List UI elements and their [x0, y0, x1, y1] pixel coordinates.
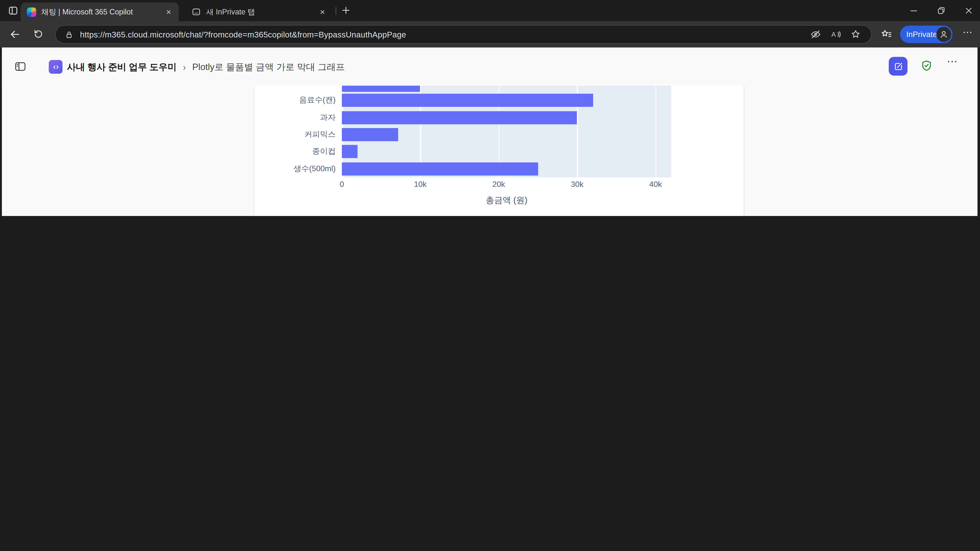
browser-toolbar: https://m365.cloud.microsoft/chat/?fromc… [0, 21, 980, 48]
copilot-logo-icon [27, 7, 36, 16]
tab-close-icon[interactable]: × [164, 7, 174, 17]
breadcrumb-separator: › [183, 62, 186, 73]
browser-window: 채팅 | Microsoft 365 Copilot × 새 InPrivate… [0, 0, 980, 216]
chart-bar [342, 94, 593, 107]
chart-x-axis-title: 총금액 (원) [342, 195, 671, 206]
chart-bar [342, 145, 358, 159]
inprivate-label: InPrivate [906, 30, 937, 39]
tab-close-icon[interactable]: × [317, 7, 327, 17]
copilot-header: 사내 행사 준비 업무 도우미 › Plotly로 물품별 금액 가로 막대 그… [2, 48, 978, 86]
copilot-page: 사내 행사 준비 업무 도우미 › Plotly로 물품별 금액 가로 막대 그… [2, 48, 978, 216]
tracking-prevention-icon[interactable] [810, 29, 821, 40]
browser-menu-icon[interactable]: ⋯ [963, 26, 973, 38]
chart-tick-label: 0 [340, 180, 344, 189]
chart-category-label: 커피믹스 [257, 129, 336, 140]
chart-x-axis: 010k20k30k40k [342, 177, 671, 189]
chat-title: Plotly로 물품별 금액 가로 막대 그래프 [192, 61, 345, 73]
chart-category-label: 과자 [257, 112, 336, 123]
chart-tick-label: 20k [492, 180, 505, 189]
svg-text:A: A [831, 31, 836, 38]
read-aloud-icon[interactable]: A [830, 29, 841, 40]
more-options-icon[interactable]: ⋯ [947, 55, 958, 68]
agent-icon [49, 60, 62, 74]
restore-button[interactable] [936, 6, 946, 16]
chart-bar [342, 111, 577, 124]
chart-tick-label: 40k [649, 180, 662, 189]
favorites-bar-icon[interactable] [880, 27, 893, 41]
chart-bar-row: 종이컵 [342, 143, 671, 160]
tab-activity-icon[interactable] [8, 5, 19, 16]
chart-card: 음료수(캔)과자커피믹스종이컵생수(500ml) 010k20k30k40k 총… [254, 86, 745, 216]
chart-tick-label: 10k [414, 180, 426, 189]
tab-strip: 채팅 | Microsoft 365 Copilot × 새 InPrivate… [0, 0, 980, 21]
chart-category-label: 생수(500ml) [257, 164, 336, 174]
chart-category-label: 음료수(캔) [257, 95, 336, 106]
close-window-button[interactable] [964, 6, 974, 16]
minimize-button[interactable] [909, 6, 919, 16]
breadcrumb: 사내 행사 준비 업무 도우미 › Plotly로 물품별 금액 가로 막대 그… [67, 61, 345, 73]
chart-bar-row: 과자 [342, 109, 671, 126]
agent-name[interactable]: 사내 행사 준비 업무 도우미 [67, 61, 177, 73]
chart-bar-row: 음료수(캔) [342, 92, 671, 109]
sidebar-toggle-icon[interactable] [14, 60, 27, 73]
lock-icon [64, 30, 74, 39]
chart-bar [342, 128, 398, 141]
bar-chart-plot: 음료수(캔)과자커피믹스종이컵생수(500ml) [342, 86, 671, 177]
chart-category-label: 종이컵 [257, 146, 336, 157]
chart-bar-row: 생수(500ml) [342, 160, 671, 177]
chart-bar [342, 162, 538, 176]
tab-title: 새 InPrivate 탭 [206, 6, 318, 17]
chart-tick-label: 30k [571, 180, 583, 189]
profile-avatar [936, 27, 951, 42]
new-chat-button[interactable] [889, 57, 908, 76]
url-text: https://m365.cloud.microsoft/chat/?fromc… [80, 30, 810, 39]
tab-title: 채팅 | Microsoft 365 Copilot [41, 6, 164, 17]
tab-divider [336, 7, 336, 15]
back-button[interactable] [9, 28, 21, 41]
new-tab-button[interactable] [340, 5, 351, 16]
tab-copilot[interactable]: 채팅 | Microsoft 365 Copilot × [21, 2, 178, 21]
protected-shield-icon[interactable] [920, 59, 933, 73]
refresh-button[interactable] [33, 28, 45, 40]
chart-bar [342, 86, 420, 92]
inprivate-badge[interactable]: InPrivate [900, 26, 952, 43]
favorite-star-icon[interactable] [850, 29, 861, 40]
chart-bar-row [342, 86, 671, 92]
inprivate-tab-icon [191, 7, 201, 17]
tab-new-inprivate[interactable]: 새 InPrivate 탭 × [185, 2, 332, 21]
chart-bar-row: 커피믹스 [342, 126, 671, 143]
address-bar[interactable]: https://m365.cloud.microsoft/chat/?fromc… [55, 25, 872, 44]
